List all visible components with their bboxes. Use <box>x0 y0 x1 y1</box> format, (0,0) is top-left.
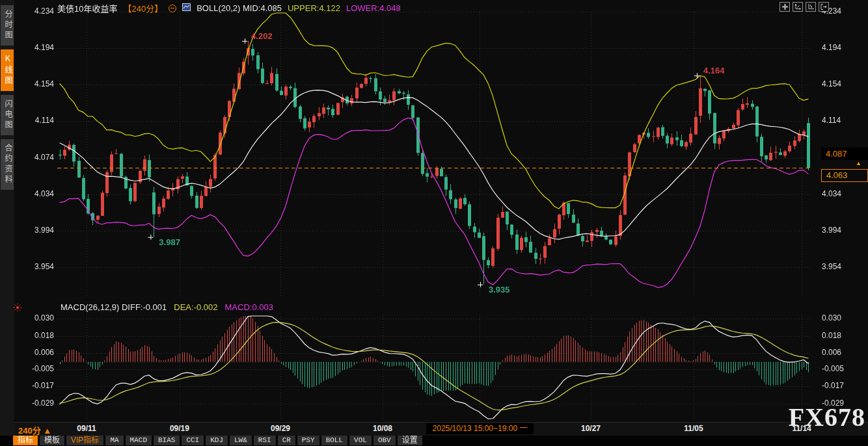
mid-price-tag: 4.087 <box>821 148 868 160</box>
toolbar-button-RSI[interactable]: RSI <box>254 436 276 445</box>
trading-app-window: 分时图 K线图 闪电图 合约资料 美债10年收益率 【240分】 BOLL(20… <box>0 0 868 446</box>
price-chart-canvas[interactable] <box>0 0 868 446</box>
macd-settings-icon[interactable] <box>13 303 22 315</box>
sidebar-tab-time-chart[interactable]: 分时图 <box>1 5 14 46</box>
x-axis-date-label: 10/08 <box>373 424 392 433</box>
toolbar-button-VIP指标[interactable]: VIP指标 <box>66 436 103 445</box>
toolbar-button-KDJ[interactable]: KDJ <box>206 436 228 445</box>
macd-axis-label-right: 0.030 <box>822 313 841 322</box>
toolbar-button-CR[interactable]: CR <box>278 436 295 445</box>
sidebar-tab-contract-info[interactable]: 合约资料 <box>1 139 14 190</box>
boll-indicator-label: BOLL(20,2) MID:4.085 <box>197 3 282 13</box>
toolbar-button-设置[interactable]: 设置 <box>398 436 422 445</box>
current-price-tag: 4.063 <box>821 169 868 182</box>
low-annotation: 3.987 <box>159 237 180 247</box>
x-axis-date-label: 09/19 <box>170 424 189 433</box>
toolbar-button-MA[interactable]: MA <box>105 436 123 445</box>
x-axis-date-label: 09/29 <box>271 424 290 433</box>
y-axis-label-right: 4.034 <box>822 189 841 198</box>
low-annotation: 3.935 <box>489 285 510 295</box>
macd-value: MACD:0.003 <box>225 302 273 312</box>
macd-axis-label-right: -0.017 <box>822 381 844 390</box>
toolbar-button-BIAS[interactable]: BIAS <box>154 436 180 445</box>
toolbar-button-指标[interactable]: 指标 <box>13 436 38 445</box>
y-axis-label-right: 3.954 <box>822 262 841 271</box>
instrument-title: 美债10年收益率 <box>57 2 117 14</box>
macd-axis-label-right: 0.006 <box>822 348 841 357</box>
toolbar-button-VOL[interactable]: VOL <box>349 436 372 445</box>
indicator-chart-icon <box>182 3 191 13</box>
exit-chart-icon[interactable] <box>819 2 829 12</box>
toolbar-button-模板[interactable]: 模板 <box>40 436 64 445</box>
y-axis-label-right: 4.194 <box>822 43 841 52</box>
chart-toolbar-icons <box>780 2 829 12</box>
collapse-icon[interactable] <box>169 5 176 12</box>
toolbar-button-PSY[interactable]: PSY <box>297 436 319 445</box>
period-selector[interactable]: 240分 ▲ <box>18 424 51 436</box>
boll-upper-value: UPPER:4.122 <box>288 3 340 13</box>
toolbar-button-BOLL[interactable]: BOLL <box>321 436 347 445</box>
brand-watermark: FX678 <box>789 402 865 432</box>
chart-header: 美债10年收益率 【240分】 BOLL(20,2) MID:4.085 UPP… <box>57 2 401 14</box>
macd-dea-value: DEA:-0.002 <box>174 302 217 312</box>
period-label: 【240分】 <box>123 2 163 14</box>
sidebar-tab-kline-chart[interactable]: K线图 <box>1 49 14 91</box>
toolbar-button-MACD[interactable]: MACD <box>126 436 152 445</box>
chart-type-sidebar: 分时图 K线图 闪电图 合约资料 <box>0 0 14 446</box>
macd-label: MACD(26,12,9) DIFF:-0.001 <box>61 302 167 312</box>
x-axis-row: 240分 ▲ 09/1109/1909/2910/0810/2711/0511/… <box>0 422 868 436</box>
zoom-axis-out-icon[interactable] <box>806 2 816 12</box>
macd-axis-label-right: -0.005 <box>822 364 844 373</box>
toolbar-button-OBV[interactable]: OBV <box>373 436 396 445</box>
y-axis-label-right: 4.114 <box>822 116 841 125</box>
current-price-marker-icon: ▲ <box>856 161 861 166</box>
sidebar-tab-flash-chart[interactable]: 闪电图 <box>1 95 14 135</box>
pan-icon[interactable] <box>780 2 790 12</box>
macd-header: MACD(26,12,9) DIFF:-0.001 DEA:-0.002 MAC… <box>61 302 273 312</box>
y-axis-label-right: 3.994 <box>822 226 841 235</box>
crosshair-date-box: 2025/10/13 15:00~19:00 一 <box>426 423 534 434</box>
indicator-toolbar: 指标模板VIP指标MAMACDBIASCCIKDJLW&RSICRPSYBOLL… <box>0 436 868 446</box>
y-axis-label-right: 4.154 <box>822 79 841 88</box>
x-axis-date-label: 09/11 <box>77 424 96 433</box>
boll-lower-value: LOWER:4.048 <box>346 3 401 13</box>
toolbar-button-CCI[interactable]: CCI <box>182 436 204 445</box>
high-annotation: 4.164 <box>703 66 725 75</box>
x-axis-date-label: 10/27 <box>581 424 601 433</box>
x-axis-date-label: 11/05 <box>684 424 703 433</box>
macd-axis-label-right: 0.018 <box>822 331 841 340</box>
high-annotation: 4.202 <box>251 31 273 41</box>
zoom-axis-in-icon[interactable] <box>793 2 803 12</box>
toolbar-button-LW&[interactable]: LW& <box>230 436 252 445</box>
